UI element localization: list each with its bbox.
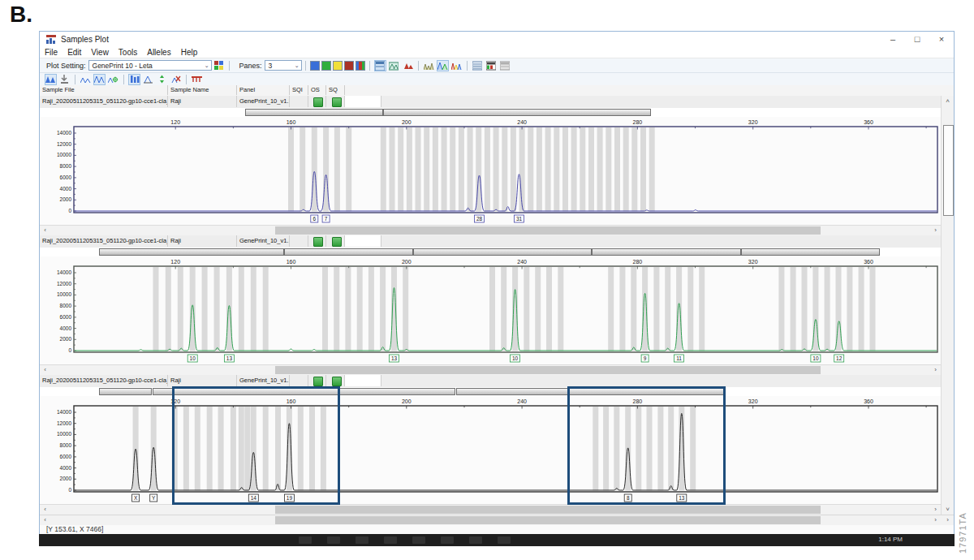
global-horizontal-scrollbar[interactable]: ‹ › › bbox=[40, 515, 954, 525]
pane-horizontal-scrollbar[interactable]: ‹ › bbox=[40, 225, 941, 235]
taskbar-icon[interactable] bbox=[412, 536, 425, 544]
scroll-right-arrow[interactable]: › bbox=[930, 365, 941, 375]
scroll-left-arrow[interactable]: ‹ bbox=[40, 365, 50, 375]
taskbar-icon[interactable] bbox=[469, 536, 482, 544]
bar-columns-icon[interactable] bbox=[128, 74, 140, 85]
marker-band-d16s539[interactable]: D16S539 bbox=[592, 248, 741, 256]
scroll-left-arrow[interactable]: ‹ bbox=[40, 505, 50, 515]
scroll-down-arrow[interactable]: ˅ bbox=[942, 504, 954, 515]
scroll-left-arrow[interactable]: ‹ bbox=[40, 226, 50, 235]
histogram-blue-green-icon[interactable] bbox=[437, 60, 449, 71]
list-view-icon[interactable] bbox=[472, 60, 484, 71]
column-header-sq[interactable]: SQ bbox=[326, 85, 345, 95]
menu-tools[interactable]: Tools bbox=[114, 48, 142, 57]
menu-help[interactable]: Help bbox=[176, 48, 203, 57]
single-peak-icon[interactable] bbox=[142, 74, 154, 85]
column-header-sample-file[interactable]: Sample File bbox=[40, 85, 168, 95]
histogram-multi-icon[interactable] bbox=[450, 60, 463, 71]
column-header-sample-name[interactable]: Sample Name bbox=[168, 85, 237, 95]
boxed-peaks-icon[interactable] bbox=[93, 74, 106, 85]
allele-call-label: 12 bbox=[836, 355, 843, 361]
palette-icon[interactable] bbox=[213, 60, 225, 71]
scroll-up-arrow[interactable]: ˄ bbox=[942, 96, 954, 106]
scroll-right-arrow[interactable]: › bbox=[930, 226, 941, 235]
maximize-button[interactable]: □ bbox=[905, 32, 929, 47]
allele-bin bbox=[368, 267, 374, 351]
panes-combobox[interactable]: 3 ⌄ bbox=[265, 60, 302, 71]
column-header-sqi[interactable]: SQI bbox=[290, 85, 308, 95]
allele-bin bbox=[825, 267, 830, 351]
sample-row[interactable]: Raji_20200511205315_051120-gp10-cce1-cla… bbox=[40, 96, 941, 109]
marker-band-d5s818[interactable]: D5S818 bbox=[99, 248, 285, 256]
scroll-right-arrow[interactable]: › bbox=[942, 515, 953, 525]
dye-all-swatch[interactable] bbox=[356, 61, 365, 71]
taskbar-icon[interactable] bbox=[299, 536, 312, 544]
dye-red-swatch[interactable] bbox=[344, 61, 354, 71]
twin-peaks-icon[interactable] bbox=[45, 74, 57, 85]
menu-edit[interactable]: Edit bbox=[62, 48, 86, 57]
red-x-peak-icon[interactable] bbox=[170, 74, 182, 85]
y-tick-label: 2000 bbox=[60, 196, 72, 202]
marker-band-d21s11[interactable]: D21S11 bbox=[383, 109, 651, 116]
horizontal-scroll-thumb[interactable] bbox=[275, 366, 821, 374]
close-button[interactable]: × bbox=[929, 32, 954, 47]
red-triangles-icon[interactable] bbox=[402, 60, 414, 71]
empty-cell bbox=[345, 375, 381, 386]
taskbar-icon[interactable] bbox=[356, 536, 368, 544]
sample-row[interactable]: Raji_20200511205315_051120-gp10-cce1-cla… bbox=[40, 235, 941, 248]
allele-bin bbox=[778, 267, 784, 351]
taskbar-icon[interactable] bbox=[384, 536, 397, 544]
green-up-down-arrows-icon[interactable] bbox=[156, 74, 168, 85]
allele-call-label: 7 bbox=[325, 216, 328, 222]
allele-bin bbox=[485, 127, 490, 212]
arrow-down-baseline-icon[interactable] bbox=[58, 74, 71, 85]
peaks-settings-icon[interactable] bbox=[107, 74, 119, 85]
menu-alleles[interactable]: Alleles bbox=[142, 48, 175, 57]
genotypes-table-icon[interactable] bbox=[388, 60, 400, 71]
scroll-right-arrow[interactable]: › bbox=[930, 505, 941, 515]
sample-name-cell: Raji bbox=[168, 235, 237, 247]
plot-area[interactable]: 1201602002402803203600200040006000800010… bbox=[40, 117, 941, 225]
horizontal-scroll-thumb[interactable] bbox=[275, 516, 821, 524]
windows-taskbar[interactable]: 1:14 PM bbox=[39, 534, 955, 546]
title-bar[interactable]: Samples Plot – □ × bbox=[40, 32, 954, 47]
plot-setting-combobox[interactable]: GenePrint 10 - Leta ⌄ bbox=[88, 60, 212, 71]
scroll-right-arrow[interactable]: › bbox=[930, 515, 941, 525]
marker-band-d13s317[interactable]: D13S317 bbox=[284, 248, 412, 256]
marker-band-th01[interactable]: TH01 bbox=[245, 109, 382, 116]
allele-bin bbox=[424, 127, 429, 212]
dye-green-swatch[interactable] bbox=[321, 61, 331, 71]
horizontal-scroll-thumb[interactable] bbox=[275, 506, 821, 514]
small-peaks-outline-icon[interactable] bbox=[80, 74, 92, 85]
dye-blue-swatch[interactable] bbox=[310, 61, 320, 71]
vertical-scroll-thumb[interactable] bbox=[943, 125, 954, 216]
allele-call-label: 9 bbox=[644, 355, 647, 361]
taskbar-icon[interactable] bbox=[441, 536, 454, 544]
scroll-left-arrow[interactable]: ‹ bbox=[40, 515, 50, 525]
allele-call-label: 10 bbox=[512, 355, 519, 361]
disabled-table-icon[interactable] bbox=[499, 60, 511, 71]
samples-table-icon[interactable] bbox=[374, 60, 386, 71]
colored-table-icon[interactable] bbox=[485, 60, 498, 71]
menu-file[interactable]: File bbox=[40, 48, 62, 57]
pane-horizontal-scrollbar[interactable]: ‹ › bbox=[40, 504, 941, 515]
column-header-panel[interactable]: Panel bbox=[237, 85, 290, 95]
horizontal-scroll-thumb[interactable] bbox=[275, 226, 821, 235]
y-tick-label: 6000 bbox=[60, 454, 72, 459]
menu-view[interactable]: View bbox=[86, 48, 114, 57]
marker-band-d7s820[interactable]: D7S820 bbox=[413, 248, 592, 256]
marker-band-amel[interactable]: AMEL bbox=[99, 388, 152, 395]
histogram-gray-icon[interactable] bbox=[423, 60, 435, 71]
plot-area[interactable]: 1201602002402803203600200040006000800010… bbox=[40, 256, 941, 364]
vertical-scrollbar[interactable]: ˄ ˅ bbox=[941, 96, 954, 515]
allele-call-label: 13 bbox=[226, 355, 233, 361]
red-comb-icon[interactable] bbox=[191, 74, 203, 85]
marker-band-csf1po[interactable]: CSF1PO bbox=[741, 248, 880, 256]
taskbar-icon[interactable] bbox=[498, 536, 511, 544]
minimize-button[interactable]: – bbox=[881, 32, 905, 47]
taskbar-icon[interactable] bbox=[327, 536, 340, 544]
column-header-os[interactable]: OS bbox=[308, 85, 326, 95]
pane-horizontal-scrollbar[interactable]: ‹ › bbox=[40, 364, 941, 375]
allele-bin bbox=[334, 127, 340, 212]
dye-yellow-swatch[interactable] bbox=[333, 61, 343, 71]
